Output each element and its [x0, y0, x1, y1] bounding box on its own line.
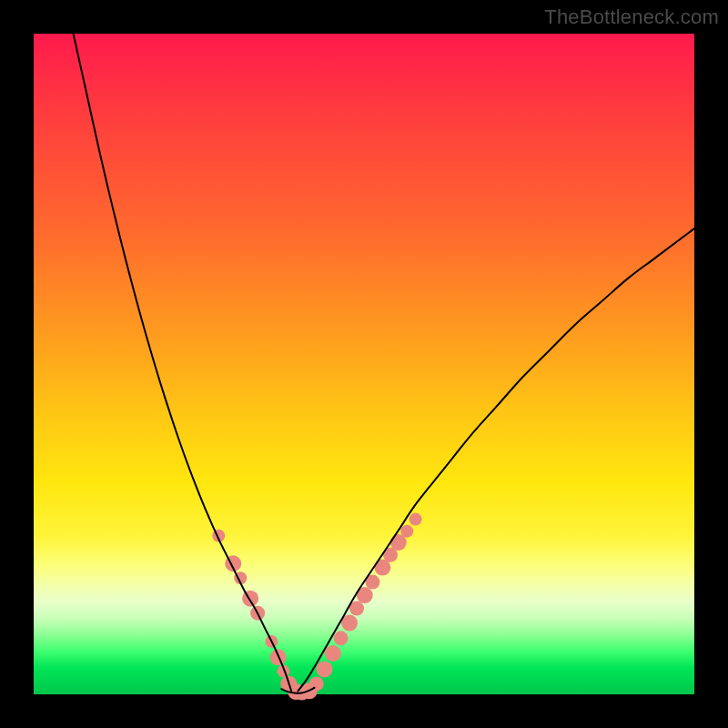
chart-stage: TheBottleneck.com [0, 0, 728, 728]
watermark-text: TheBottleneck.com [544, 5, 719, 29]
plot-area [34, 34, 694, 694]
